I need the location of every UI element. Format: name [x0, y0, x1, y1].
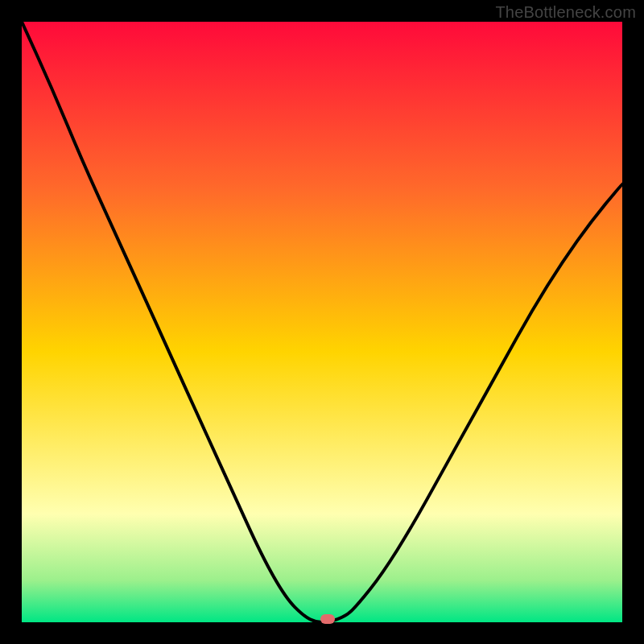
- watermark-text: TheBottleneck.com: [495, 3, 636, 22]
- optimal-marker: [320, 614, 335, 624]
- bottleneck-curve: [22, 22, 622, 622]
- plot-frame: [22, 22, 622, 622]
- plot-area: [22, 22, 622, 622]
- chart-stage: TheBottleneck.com: [0, 0, 644, 644]
- curve-layer: [22, 22, 622, 622]
